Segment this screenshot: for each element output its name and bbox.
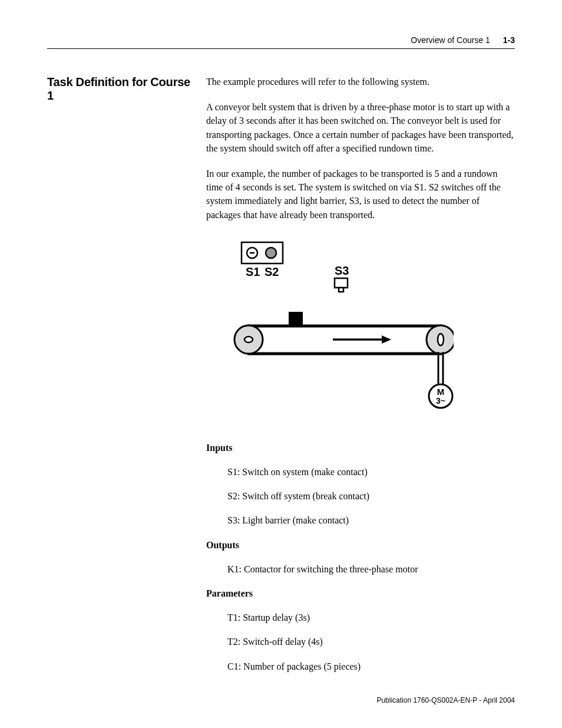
header-section: Overview of Course 1 <box>411 35 490 45</box>
page-header: Overview of Course 1 1-3 <box>47 35 515 49</box>
outputs-heading: Outputs <box>206 538 515 552</box>
package-icon <box>289 312 303 326</box>
conveyor-diagram: S1 S2 S3 <box>206 239 515 420</box>
param-item: T1: Startup delay (3s) <box>227 611 515 624</box>
input-item: S3: Light barrier (make contact) <box>227 513 515 527</box>
outputs-list: K1: Contactor for switching the three-ph… <box>206 562 515 576</box>
label-s1: S1 <box>246 265 260 278</box>
paragraph-2: In our example, the number of packages t… <box>206 167 515 222</box>
sensor-lens <box>339 288 343 292</box>
paragraph-1: A conveyor belt system that is driven by… <box>206 100 515 155</box>
parameters-heading: Parameters <box>206 587 515 600</box>
inputs-heading: Inputs <box>206 441 515 454</box>
roller-left-hub <box>244 337 253 342</box>
sensor-body <box>335 278 348 288</box>
param-item: C1: Number of packages (5 pieces) <box>227 660 515 673</box>
header-page-number: 1-3 <box>503 35 515 45</box>
switch-s2-circle <box>266 248 276 258</box>
motor-label-3phase: 3~ <box>436 396 445 406</box>
label-s3: S3 <box>335 264 349 277</box>
parameters-list: T1: Startup delay (3s) T2: Switch-off de… <box>206 611 515 673</box>
output-item: K1: Contactor for switching the three-ph… <box>227 562 515 576</box>
motor-label-m: M <box>437 387 445 397</box>
input-item: S1: Switch on system (make contact) <box>227 465 515 479</box>
publication-footer: Publication 1760-QS002A-EN-P - April 200… <box>376 696 515 704</box>
paragraph-intro: The example procedures will refer to the… <box>206 75 515 88</box>
roller-right-hub <box>438 334 444 345</box>
main-content: The example procedures will refer to the… <box>206 75 515 684</box>
param-item: T2: Switch-off delay (4s) <box>227 635 515 648</box>
label-s2: S2 <box>265 265 279 278</box>
conveyor-svg: S1 S2 S3 <box>206 239 454 416</box>
input-item: S2: Switch off system (break contact) <box>227 489 515 503</box>
arrow-head <box>382 335 391 344</box>
inputs-list: S1: Switch on system (make contact) S2: … <box>206 465 515 528</box>
section-heading: Task Definition for Course 1 <box>47 75 200 102</box>
